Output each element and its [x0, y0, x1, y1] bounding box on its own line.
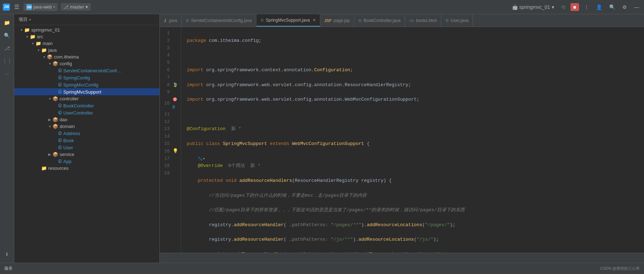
tab-springmvcsupport[interactable]: © SpringMvcSupport.java ✕	[256, 14, 320, 27]
list-item[interactable]: © Book	[14, 137, 159, 144]
run-button[interactable]: ⟲	[559, 3, 568, 11]
folder-icon: 📁	[36, 41, 41, 46]
minimize-button[interactable]: —	[632, 3, 641, 11]
bottom-bar: 服务 CSDN @曾经的三心草	[0, 263, 644, 274]
branch-selector[interactable]: ⎇ master ▾	[61, 3, 91, 11]
tab-close-icon[interactable]: ✕	[313, 18, 316, 22]
line-number: 10	[160, 100, 173, 107]
list-item[interactable]: © SpringMvcConfig	[14, 81, 159, 88]
search-button[interactable]: 🔍	[607, 3, 617, 11]
code-line: protected void addResourceHandlers(Resou…	[187, 177, 638, 185]
more-button[interactable]: ⋮	[582, 3, 591, 11]
project-selector[interactable]: JW java-web ▾	[23, 3, 58, 11]
tree-item-label: User	[63, 145, 73, 150]
list-item[interactable]: © BookController	[14, 102, 159, 109]
icon-bar-search[interactable]: 🔍	[1, 30, 13, 41]
list-item[interactable]: ▾ 📦 config	[14, 60, 159, 67]
list-item[interactable]: ▾ 📦 controller	[14, 95, 159, 102]
code-line	[187, 52, 638, 59]
class-icon: ©	[58, 110, 62, 116]
line-gutter-row: 6	[160, 67, 181, 74]
class-icon: ©	[58, 89, 62, 95]
icon-bar-git[interactable]: ⎇	[1, 43, 13, 54]
gutter-cell[interactable]: 🎯@	[173, 96, 180, 111]
line-gutter-row: 18	[160, 162, 181, 170]
list-item[interactable]: ▾ 📦 domain	[14, 123, 159, 130]
list-item[interactable]: ▶ 📦 dao	[14, 116, 159, 123]
tree-item-label: service	[60, 152, 74, 157]
list-item[interactable]: ▾ 📦 com.itheima	[14, 54, 159, 60]
line-number: 8	[160, 82, 173, 89]
code-area: J .java © ServletContainersInitConfig.ja…	[160, 14, 644, 263]
settings-button[interactable]: ⚙	[620, 3, 629, 11]
tree-arrow: ▾	[30, 41, 36, 45]
icon-bar-structure[interactable]: ⋮⋮	[1, 55, 13, 67]
line-gutter-row: 19	[160, 170, 181, 177]
tree-item-label: SpringMvcConfig	[63, 82, 98, 88]
menu-icon[interactable]: ☰	[13, 2, 21, 12]
folder-icon: 📁	[24, 27, 30, 33]
package-icon: 📦	[47, 54, 53, 60]
list-item[interactable]: © UserController	[14, 109, 159, 116]
line-gutter-row: 4	[160, 52, 181, 59]
tree-item-label: src	[37, 34, 43, 39]
list-item[interactable]: © SpringMvcSupport	[14, 88, 159, 95]
code-line: import org.springframework.context.annot…	[187, 67, 638, 74]
icon-bar-bottom[interactable]: ⬇	[1, 248, 13, 260]
avatar-button[interactable]: 👤	[594, 3, 604, 11]
stop-button[interactable]: ■	[571, 3, 579, 11]
icon-bar-folder[interactable]: 📁	[1, 17, 13, 28]
guicraft-button[interactable]: 🤖 springmvc_01 ▾	[510, 3, 556, 11]
list-item[interactable]: ▾ 📁 springmvc_01	[14, 27, 159, 33]
tab-java[interactable]: J .java	[160, 14, 182, 27]
line-gutter-row: 2	[160, 37, 181, 45]
gutter-cell[interactable]: 💡	[173, 148, 180, 155]
code-editor[interactable]: 1 2 3 4 5	[160, 27, 644, 253]
list-item[interactable]: ▶ 📦 service	[14, 151, 159, 158]
list-item[interactable]: © Address	[14, 130, 159, 137]
tab-label: BookController.java	[364, 18, 400, 23]
line-number: 14	[160, 133, 173, 140]
code-content[interactable]: package com.itheima.config; import org.s…	[181, 27, 644, 253]
list-item[interactable]: © SpringConfig	[14, 74, 159, 81]
line-number: 9	[160, 89, 173, 96]
tab-servlet[interactable]: © ServletContainersInitConfig.java	[182, 14, 257, 27]
line-gutter-row: 12	[160, 118, 181, 126]
line-gutter-row: 1	[160, 30, 181, 37]
tree-arrow: ▶	[47, 118, 53, 122]
tree-item-label: Address	[63, 131, 80, 136]
tab-label: ServletContainersInitConfig.java	[191, 18, 252, 23]
line-gutter-row: 15	[160, 140, 181, 148]
tab-icon: ©	[446, 18, 448, 23]
tree-item-label: App	[63, 159, 71, 164]
tab-pagejsp[interactable]: JSP page.jsp	[320, 14, 355, 27]
list-item[interactable]: ▾ 📁 src	[14, 33, 159, 40]
list-item[interactable]: 📁 resources	[14, 165, 159, 172]
watermark-text: CSDN @曾经的三心草	[600, 266, 640, 271]
list-item[interactable]: ▾ 📁 java	[14, 47, 159, 54]
code-line: package com.itheima.config;	[187, 37, 638, 45]
code-line: @Configuration 新 *	[187, 125, 638, 133]
tab-bookshtml[interactable]: <> books.html	[405, 14, 441, 27]
class-icon: ©	[58, 82, 62, 88]
list-item[interactable]: © App	[14, 158, 159, 165]
tab-bookcontroller[interactable]: © BookController.java	[354, 14, 405, 27]
list-item[interactable]: © User	[14, 144, 159, 151]
tab-icon: ©	[359, 18, 361, 23]
file-tree-content[interactable]: ▾ 📁 springmvc_01 ▾ 📁 src ▾ 📁 main ▾ 📁 ja…	[14, 25, 159, 263]
gutter-cell: 🍃	[173, 82, 180, 89]
list-item[interactable]: ▾ 📁 main	[14, 40, 159, 47]
tab-userjava[interactable]: © User.java	[441, 14, 473, 27]
tab-icon: J	[164, 18, 166, 23]
status-bar	[160, 253, 644, 263]
tree-arrow: ▾	[41, 55, 47, 59]
branch-icon: ⎇	[64, 5, 69, 10]
icon-bar-more[interactable]: ···	[1, 68, 13, 79]
code-line: registry.addResourceHandler( …pathPatter…	[187, 236, 638, 244]
list-item[interactable]: © ServletContainersInitConfi…	[14, 67, 159, 74]
titlebar-right-actions: 🤖 springmvc_01 ▾ ⟲ ■ ⋮ 👤 🔍 ⚙ —	[510, 3, 641, 11]
line-number: 12	[160, 118, 173, 126]
project-icon: JW	[26, 4, 32, 10]
line-number: 18	[160, 162, 173, 170]
tree-item-label: springmvc_01	[31, 27, 60, 33]
